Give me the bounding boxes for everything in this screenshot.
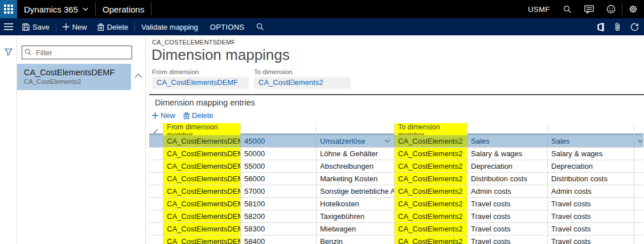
cell-from-member[interactable]: CA_CostElementsDEMF <box>163 160 241 172</box>
table-row[interactable]: CA_CostElementsDEMF 57000 Sonstige betri… <box>149 185 643 198</box>
cell-code[interactable]: 50000 <box>241 148 317 160</box>
row-select-cell[interactable] <box>149 198 163 210</box>
cell-from-member[interactable]: CA_CostElementsDEMF <box>163 148 241 160</box>
to-dimension-field[interactable]: CA_CostElements2 <box>254 77 351 89</box>
cell-from-member[interactable]: CA_CostElementsDEMF <box>163 210 241 222</box>
cell-to-member[interactable]: CA_CostElements2 <box>395 135 467 147</box>
cell-to-name2[interactable]: Travel costs <box>548 198 634 210</box>
cell-end[interactable] <box>634 185 643 197</box>
app-name[interactable]: Operations <box>96 0 151 18</box>
cell-to-name2[interactable]: Sales <box>548 135 634 147</box>
cell-to-member[interactable]: CA_CostElements2 <box>395 210 467 222</box>
help-smiley-button[interactable] <box>600 0 622 18</box>
toolbar-search-button[interactable] <box>251 18 269 35</box>
office-button[interactable] <box>592 18 610 35</box>
cell-to-name2[interactable]: Travel costs <box>548 223 634 235</box>
chevron-down-icon[interactable] <box>637 139 643 143</box>
cell-name[interactable]: Taxigebühren <box>317 210 395 222</box>
cell-to-member[interactable]: CA_CostElements2 <box>395 223 467 235</box>
filter-input[interactable] <box>22 46 132 59</box>
grid-delete-button[interactable]: Delete <box>183 111 214 120</box>
row-select-cell[interactable] <box>149 148 163 160</box>
cell-end[interactable] <box>634 235 643 244</box>
settings-button[interactable] <box>622 0 644 18</box>
cell-to-name[interactable]: Travel costs <box>467 210 548 222</box>
cell-to-name[interactable]: Distribution costs <box>467 173 548 185</box>
table-row[interactable]: CA_CostElementsDEMF 45000 Umsatzerlöse C… <box>149 135 643 148</box>
cell-from-member[interactable]: CA_CostElementsDEMF <box>163 223 241 235</box>
table-row[interactable]: CA_CostElementsDEMF 58100 Hotelkosten CA… <box>149 198 643 210</box>
table-row[interactable]: CA_CostElementsDEMF 50000 Löhne & Gehält… <box>149 148 643 160</box>
cell-end[interactable] <box>634 148 643 160</box>
attachments-button[interactable] <box>610 18 625 35</box>
cell-to-name2[interactable]: Distribution costs <box>548 173 634 185</box>
row-select-cell[interactable] <box>149 223 163 235</box>
grid-new-button[interactable]: New <box>152 111 175 120</box>
row-select-cell[interactable] <box>149 210 163 222</box>
row-select-cell[interactable] <box>149 185 163 197</box>
product-name[interactable]: Dynamics 365 <box>17 0 95 18</box>
cell-name[interactable]: Umsatzerlöse <box>317 135 395 147</box>
cell-code[interactable]: 57000 <box>241 185 317 197</box>
from-dimension-field[interactable]: CA_CostElementsDEMF <box>152 77 249 89</box>
cell-to-name2[interactable]: Travel costs <box>548 210 634 222</box>
scroll-up-button[interactable] <box>134 73 142 78</box>
cell-from-member[interactable]: CA_CostElementsDEMF <box>163 173 241 185</box>
cell-to-name[interactable]: Sales <box>467 135 548 147</box>
row-select-cell[interactable] <box>149 160 163 172</box>
cell-from-member[interactable]: CA_CostElementsDEMF <box>163 235 241 244</box>
cell-from-member[interactable]: CA_CostElementsDEMF <box>163 198 241 210</box>
filter-funnel-icon[interactable] <box>5 48 13 56</box>
row-select-cell[interactable] <box>149 235 163 244</box>
cell-end[interactable] <box>634 135 643 147</box>
cell-to-member[interactable]: CA_CostElements2 <box>395 148 467 160</box>
cell-to-name2[interactable]: Admin costs <box>548 185 634 197</box>
cell-name[interactable]: Hotelkosten <box>317 198 395 210</box>
refresh-button[interactable] <box>625 18 644 35</box>
cell-to-member[interactable]: CA_CostElements2 <box>395 198 467 210</box>
table-row[interactable]: CA_CostElementsDEMF 56000 Marketing Kost… <box>149 173 643 185</box>
table-row[interactable]: CA_CostElementsDEMF 55000 Abschreibungen… <box>149 160 643 173</box>
cell-name[interactable]: Benzin <box>317 235 395 244</box>
cell-to-member[interactable]: CA_CostElements2 <box>395 235 467 244</box>
cell-to-name[interactable]: Travel costs <box>467 235 548 244</box>
validate-mapping-button[interactable]: Validate mapping <box>136 18 203 35</box>
table-row[interactable]: CA_CostElementsDEMF 58200 Taxigebühren C… <box>149 210 643 223</box>
company-picker[interactable]: USMF <box>521 0 557 18</box>
app-launcher-button[interactable] <box>0 0 17 18</box>
cell-end[interactable] <box>634 160 643 172</box>
cell-to-name2[interactable]: Salary & wages <box>548 148 634 160</box>
cell-to-name[interactable]: Salary & wages <box>467 148 548 160</box>
search-button[interactable] <box>557 0 578 18</box>
delete-button[interactable]: Delete <box>92 18 134 35</box>
cell-code[interactable]: 58400 <box>241 235 317 244</box>
cell-code[interactable]: 45000 <box>241 135 317 147</box>
cell-name[interactable]: Löhne & Gehälter <box>317 148 395 160</box>
row-select-cell[interactable] <box>149 173 163 185</box>
cell-end[interactable] <box>634 198 643 210</box>
cell-to-name[interactable]: Admin costs <box>467 185 548 197</box>
save-button[interactable]: Save <box>17 18 55 35</box>
cell-to-member[interactable]: CA_CostElements2 <box>395 160 467 172</box>
cell-name[interactable]: Mietwagen <box>317 223 395 235</box>
cell-to-member[interactable]: CA_CostElements2 <box>395 185 467 197</box>
cell-to-name[interactable]: Depreciation <box>467 160 548 172</box>
cell-code[interactable]: 58200 <box>241 210 317 222</box>
cell-code[interactable]: 55000 <box>241 160 317 172</box>
cell-to-name2[interactable]: Depreciation <box>548 160 634 172</box>
cell-to-name[interactable]: Travel costs <box>467 223 548 235</box>
cell-to-name2[interactable]: Travel costs <box>548 235 634 244</box>
new-button[interactable]: New <box>58 18 92 35</box>
cell-end[interactable] <box>634 223 643 235</box>
table-row[interactable]: CA_CostElementsDEMF 58300 Mietwagen CA_C… <box>149 223 643 235</box>
cell-to-member[interactable]: CA_CostElements2 <box>395 173 467 185</box>
cell-from-member[interactable]: CA_CostElementsDEMF <box>163 135 241 147</box>
cell-code[interactable]: 56000 <box>241 173 317 185</box>
cell-code[interactable]: 58300 <box>241 223 317 235</box>
cell-name[interactable]: Abschreibungen <box>317 160 395 172</box>
cell-name[interactable]: Sonstige betriebliche A... <box>317 185 395 197</box>
feedback-button[interactable] <box>578 0 600 18</box>
cell-end[interactable] <box>634 173 643 185</box>
cell-code[interactable]: 58100 <box>241 198 317 210</box>
nav-menu-button[interactable] <box>0 18 17 35</box>
